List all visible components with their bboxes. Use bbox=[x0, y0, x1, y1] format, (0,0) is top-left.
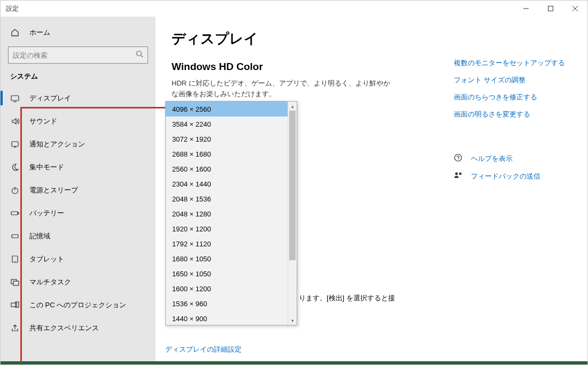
home-button[interactable]: ホーム bbox=[1, 22, 156, 43]
hdr-description: HDR に対応したビデオ、ゲーム、アプリで、より明るく、より鮮やかな画像をお楽し… bbox=[172, 78, 396, 99]
related-link[interactable]: フォント サイズの調整 bbox=[454, 75, 566, 85]
notification-icon bbox=[10, 139, 20, 149]
sidebar-item-display[interactable]: ディスプレイ bbox=[1, 87, 156, 110]
sidebar-item-label: 電源とスリープ bbox=[29, 185, 78, 195]
sidebar-item-multitask[interactable]: マルチタスク bbox=[1, 270, 156, 293]
svg-rect-1 bbox=[548, 6, 553, 11]
resolution-option[interactable]: 2048 × 1536 bbox=[166, 191, 288, 206]
help-icon bbox=[454, 153, 463, 164]
section-label: システム bbox=[1, 69, 156, 87]
resolution-option[interactable]: 1792 × 1120 bbox=[166, 236, 288, 251]
sidebar-item-battery[interactable]: バッテリー bbox=[1, 201, 156, 224]
resolution-option[interactable]: 4096 × 2560 bbox=[166, 102, 288, 117]
help-link[interactable]: ヘルプを表示 bbox=[454, 153, 566, 164]
resolution-option[interactable]: 1920 × 1200 bbox=[166, 221, 288, 236]
search-input[interactable] bbox=[13, 51, 120, 59]
svg-point-14 bbox=[13, 236, 13, 236]
sidebar-item-sound[interactable]: サウンド bbox=[1, 110, 156, 133]
advanced-display-link[interactable]: ディスプレイの詳細設定 bbox=[165, 345, 242, 354]
sidebar-item-projection[interactable]: この PC へのプロジェクション bbox=[1, 293, 156, 316]
callout-line-vertical bbox=[20, 107, 22, 362]
resolution-option[interactable]: 2560 × 1600 bbox=[166, 161, 288, 176]
svg-rect-12 bbox=[18, 212, 19, 214]
sidebar-item-label: マルチタスク bbox=[29, 277, 71, 287]
svg-rect-8 bbox=[12, 142, 18, 146]
sidebar-item-notification[interactable]: 通知とアクション bbox=[1, 133, 156, 156]
callout-line-horizontal bbox=[20, 107, 165, 108]
multitask-icon bbox=[10, 277, 20, 287]
svg-rect-13 bbox=[12, 235, 18, 238]
home-label: ホーム bbox=[29, 28, 50, 37]
display-icon bbox=[10, 94, 20, 103]
svg-point-21 bbox=[455, 154, 462, 161]
sidebar-item-share[interactable]: 共有エクスペリエンス bbox=[1, 316, 156, 339]
titlebar: 設定 bbox=[1, 1, 587, 17]
bottom-accent-bar bbox=[1, 361, 587, 364]
sidebar: ホーム システム ディスプレイサウンド通知とアクション集中モード電源とスリープバ… bbox=[1, 17, 156, 364]
sidebar-item-label: タブレット bbox=[29, 254, 64, 264]
scroll-thumb[interactable] bbox=[289, 111, 296, 260]
resolution-option[interactable]: 2304 × 1440 bbox=[166, 176, 288, 191]
partial-text: ります。[検出] を選択すると接 bbox=[299, 293, 395, 303]
sidebar-item-label: サウンド bbox=[29, 117, 57, 126]
resolution-option[interactable]: 2048 × 1280 bbox=[166, 206, 288, 221]
feedback-label: フィードバックの送信 bbox=[471, 172, 540, 181]
sidebar-item-label: 通知とアクション bbox=[29, 139, 85, 149]
related-link[interactable]: 複数のモニターをセットアップする bbox=[454, 58, 566, 68]
resolution-option[interactable]: 1650 × 1050 bbox=[166, 266, 288, 281]
resolution-option[interactable]: 1600 × 1200 bbox=[166, 281, 288, 296]
resolution-dropdown[interactable]: 4096 × 25603584 × 22403072 × 19202688 × … bbox=[165, 101, 297, 325]
storage-icon bbox=[10, 231, 20, 241]
sidebar-item-power[interactable]: 電源とスリープ bbox=[1, 178, 156, 201]
feedback-link[interactable]: フィードバックの送信 bbox=[454, 171, 566, 181]
resolution-option[interactable]: 3584 × 2240 bbox=[166, 117, 288, 131]
hdr-heading: Windows HD Color bbox=[172, 61, 432, 73]
sidebar-item-label: ディスプレイ bbox=[29, 94, 71, 103]
svg-rect-6 bbox=[11, 96, 19, 100]
sidebar-item-tablet[interactable]: タブレット bbox=[1, 247, 156, 270]
tablet-icon bbox=[10, 254, 20, 264]
minimize-button[interactable] bbox=[514, 1, 538, 17]
battery-icon bbox=[10, 208, 20, 218]
search-icon bbox=[136, 50, 143, 60]
sidebar-item-storage[interactable]: 記憶域 bbox=[1, 224, 156, 247]
sidebar-item-label: この PC へのプロジェクション bbox=[29, 300, 126, 310]
dropdown-scrollbar[interactable]: ▴ ▾ bbox=[288, 102, 297, 325]
close-button[interactable] bbox=[563, 1, 587, 17]
help-label: ヘルプを表示 bbox=[471, 154, 513, 164]
resolution-option[interactable]: 3072 × 1920 bbox=[166, 131, 288, 146]
home-icon bbox=[10, 28, 20, 37]
share-icon bbox=[10, 323, 20, 333]
projection-icon bbox=[10, 300, 20, 310]
svg-rect-11 bbox=[11, 212, 18, 215]
related-link[interactable]: 画面の明るさを変更する bbox=[454, 110, 566, 119]
maximize-button[interactable] bbox=[538, 1, 563, 17]
feedback-icon bbox=[454, 171, 463, 181]
svg-point-4 bbox=[137, 51, 142, 56]
svg-line-5 bbox=[141, 56, 143, 58]
page-title: ディスプレイ bbox=[172, 29, 432, 48]
resolution-option[interactable]: 1536 × 960 bbox=[166, 296, 288, 311]
sidebar-item-label: 集中モード bbox=[29, 162, 64, 172]
sidebar-item-label: 共有エクスペリエンス bbox=[29, 323, 99, 333]
sidebar-item-focus[interactable]: 集中モード bbox=[1, 156, 156, 178]
scroll-up-button[interactable]: ▴ bbox=[288, 102, 297, 111]
svg-point-23 bbox=[455, 173, 458, 175]
svg-rect-18 bbox=[13, 281, 19, 285]
window-title: 設定 bbox=[6, 4, 19, 13]
svg-point-22 bbox=[458, 159, 458, 160]
sidebar-item-label: 記憶域 bbox=[29, 231, 50, 241]
sidebar-item-label: バッテリー bbox=[29, 208, 64, 218]
resolution-option[interactable]: 1440 × 900 bbox=[166, 311, 288, 325]
right-column: 複数のモニターをセットアップするフォント サイズの調整画面のちらつきを修正する画… bbox=[454, 29, 566, 354]
scroll-down-button[interactable]: ▾ bbox=[288, 316, 297, 325]
related-link[interactable]: 画面のちらつきを修正する bbox=[454, 92, 566, 102]
search-box[interactable] bbox=[8, 46, 148, 64]
focus-icon bbox=[10, 162, 20, 172]
resolution-option[interactable]: 1680 × 1050 bbox=[166, 251, 288, 266]
resolution-option[interactable]: 2688 × 1680 bbox=[166, 146, 288, 161]
nav-list: ディスプレイサウンド通知とアクション集中モード電源とスリープバッテリー記憶域タブ… bbox=[1, 87, 156, 364]
power-icon bbox=[10, 185, 20, 195]
sound-icon bbox=[10, 117, 20, 126]
